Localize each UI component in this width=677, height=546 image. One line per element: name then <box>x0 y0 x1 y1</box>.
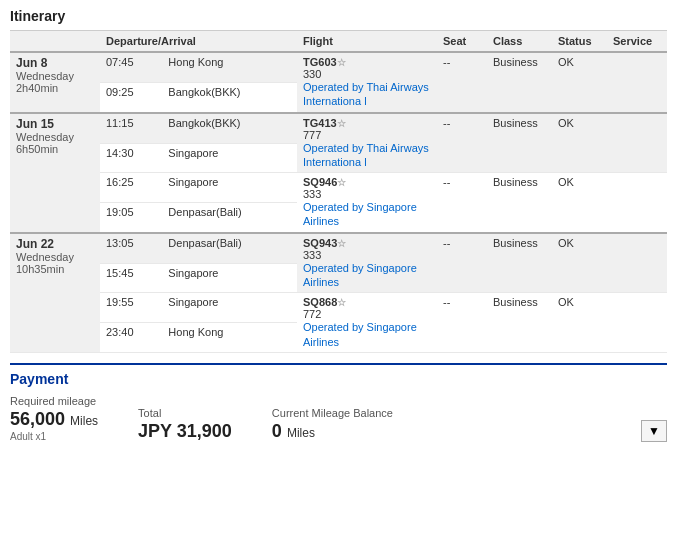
dep-time: 19:55 <box>100 293 162 323</box>
star-icon: ☆ <box>337 238 346 249</box>
itinerary-section: Itinerary Departure/Arrival Flight Seat … <box>0 0 677 353</box>
flight-cell: TG603☆ 330 Operated by Thai Airways Inte… <box>297 52 437 113</box>
itinerary-table-wrapper: Departure/Arrival Flight Seat Class Stat… <box>10 30 667 353</box>
service <box>607 233 667 293</box>
class: Business <box>487 52 552 113</box>
operated-link[interactable]: Operated by Singapore Airlines <box>303 262 417 288</box>
payment-title: Payment <box>10 371 667 387</box>
itinerary-title: Itinerary <box>10 8 667 24</box>
flight-cell: SQ868☆ 772 Operated by Singapore Airline… <box>297 293 437 353</box>
payment-row: Required mileage 56,000 Miles Adult x1 T… <box>10 395 667 442</box>
service <box>607 293 667 353</box>
table-date-row: Jun 8 Wednesday 2h40min 07:45 Hong Kong … <box>10 52 667 82</box>
payment-section: Payment Required mileage 56,000 Miles Ad… <box>10 363 667 442</box>
dep-time: 13:05 <box>100 233 162 263</box>
aircraft: 777 <box>303 129 431 141</box>
aircraft: 330 <box>303 68 431 80</box>
arr-time: 19:05 <box>100 202 162 232</box>
aircraft: 333 <box>303 188 431 200</box>
total-label: Total <box>138 407 232 419</box>
aircraft: 772 <box>303 308 431 320</box>
col-header-status: Status <box>552 31 607 53</box>
status: OK <box>552 52 607 113</box>
col-header-seat: Seat <box>437 31 487 53</box>
balance-number: 0 <box>272 421 282 441</box>
seat: -- <box>437 113 487 173</box>
col-header-departure-arrival: Departure/Arrival <box>100 31 297 53</box>
seat: -- <box>437 293 487 353</box>
seat: -- <box>437 52 487 113</box>
operated-link[interactable]: Operated by Singapore Airlines <box>303 321 417 347</box>
operated-link[interactable]: Operated by Singapore Airlines <box>303 201 417 227</box>
payment-mileage: Required mileage 56,000 Miles Adult x1 <box>10 395 98 442</box>
total-value: JPY 31,900 <box>138 421 232 442</box>
mileage-value: 56,000 Miles <box>10 409 98 430</box>
flight-cell: TG413☆ 777 Operated by Thai Airways Inte… <box>297 113 437 173</box>
balance-unit: Miles <box>287 426 315 440</box>
status: OK <box>552 293 607 353</box>
star-icon: ☆ <box>337 297 346 308</box>
table-dep-row: 16:25 Singapore SQ946☆ 333 Operated by S… <box>10 173 667 203</box>
arr-city: Denpasar(Bali) <box>162 202 297 232</box>
mileage-label: Required mileage <box>10 395 98 407</box>
date-cell: Jun 22 Wednesday 10h35min <box>10 233 100 353</box>
flight-number: SQ943☆ <box>303 237 431 249</box>
operated-link[interactable]: Operated by Thai Airways Internationa l <box>303 142 429 168</box>
status: OK <box>552 173 607 233</box>
dep-time: 11:15 <box>100 113 162 143</box>
star-icon: ☆ <box>337 118 346 129</box>
dep-city: Hong Kong <box>162 52 297 82</box>
balance-label: Current Mileage Balance <box>272 407 393 419</box>
operated-link[interactable]: Operated by Thai Airways Internationa l <box>303 81 429 107</box>
arr-time: 09:25 <box>100 82 162 112</box>
col-header-class: Class <box>487 31 552 53</box>
date-line: Jun 8 <box>16 56 94 70</box>
status: OK <box>552 233 607 293</box>
arr-time: 15:45 <box>100 263 162 293</box>
date-cell: Jun 8 Wednesday 2h40min <box>10 52 100 113</box>
flight-number: SQ946☆ <box>303 176 431 188</box>
dep-city: Singapore <box>162 173 297 203</box>
payment-right: ▼ <box>641 420 667 442</box>
dep-city: Denpasar(Bali) <box>162 233 297 263</box>
table-date-row: Jun 15 Wednesday 6h50min 11:15 Bangkok(B… <box>10 113 667 143</box>
date-line: Jun 22 <box>16 237 94 251</box>
payment-balance: Current Mileage Balance 0 Miles <box>272 407 393 442</box>
service <box>607 173 667 233</box>
table-header-row: Departure/Arrival Flight Seat Class Stat… <box>10 31 667 53</box>
star-icon: ☆ <box>337 177 346 188</box>
payment-dropdown-button[interactable]: ▼ <box>641 420 667 442</box>
date-line: Jun 15 <box>16 117 94 131</box>
flight-number: TG413☆ <box>303 117 431 129</box>
col-header-service: Service <box>607 31 667 53</box>
col-header-date <box>10 31 100 53</box>
mileage-unit: Miles <box>70 414 98 428</box>
balance-value: 0 Miles <box>272 421 393 442</box>
dep-city: Singapore <box>162 293 297 323</box>
service <box>607 113 667 173</box>
arr-city: Singapore <box>162 143 297 173</box>
seat: -- <box>437 173 487 233</box>
service <box>607 52 667 113</box>
table-date-row: Jun 22 Wednesday 10h35min 13:05 Denpasar… <box>10 233 667 263</box>
flight-cell: SQ943☆ 333 Operated by Singapore Airline… <box>297 233 437 293</box>
dep-city: Bangkok(BKK) <box>162 113 297 143</box>
flight-number: SQ868☆ <box>303 296 431 308</box>
col-header-flight: Flight <box>297 31 437 53</box>
day-line: Wednesday <box>16 70 94 82</box>
payment-total: Total JPY 31,900 <box>138 407 232 442</box>
dep-time: 16:25 <box>100 173 162 203</box>
day-line: Wednesday <box>16 131 94 143</box>
arr-time: 23:40 <box>100 323 162 353</box>
star-icon: ☆ <box>337 57 346 68</box>
class: Business <box>487 233 552 293</box>
duration-line: 6h50min <box>16 143 94 155</box>
status: OK <box>552 113 607 173</box>
arr-city: Bangkok(BKK) <box>162 82 297 112</box>
date-cell: Jun 15 Wednesday 6h50min <box>10 113 100 233</box>
day-line: Wednesday <box>16 251 94 263</box>
table-dep-row: 19:55 Singapore SQ868☆ 772 Operated by S… <box>10 293 667 323</box>
flight-number: TG603☆ <box>303 56 431 68</box>
mileage-number: 56,000 <box>10 409 65 429</box>
seat: -- <box>437 233 487 293</box>
